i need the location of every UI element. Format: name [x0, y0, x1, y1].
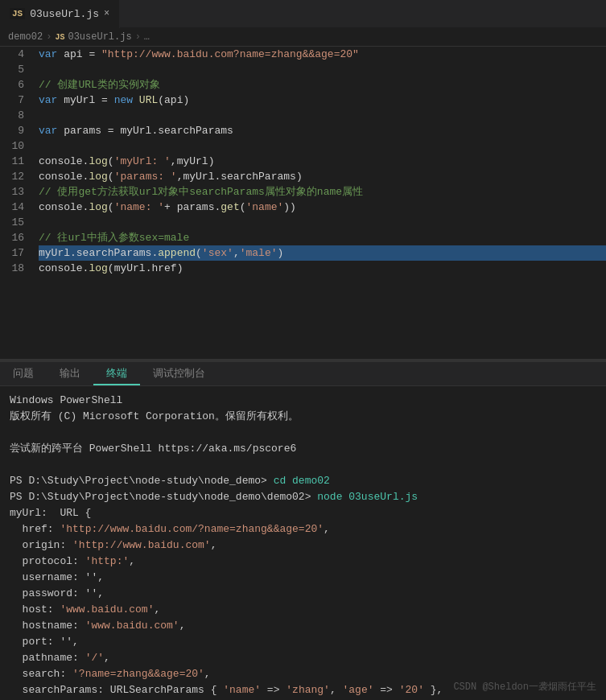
- line-number: 11: [8, 154, 24, 169]
- terminal-line: hostname: 'www.baidu.com',: [10, 618, 596, 634]
- code-line: // 使用get方法获取url对象中searchParams属性对象的name属…: [39, 184, 606, 200]
- code-line: console.log('name: '+ params.get('name')…: [39, 200, 606, 215]
- terminal-line: username: '',: [10, 570, 596, 586]
- tab-filename: 03useUrl.js: [30, 8, 99, 20]
- terminal-line: myUrl: URL {: [10, 505, 596, 521]
- js-icon: JS: [10, 8, 25, 19]
- line-number: 10: [8, 138, 24, 154]
- code-line: [39, 215, 606, 230]
- terminal-line: [10, 425, 596, 441]
- code-line: myUrl.searchParams.append('sex','male'): [39, 245, 606, 261]
- line-number: 9: [8, 123, 24, 138]
- close-icon[interactable]: ×: [104, 8, 109, 19]
- line-number: 18: [8, 261, 24, 276]
- terminal-line: Windows PowerShell: [10, 393, 596, 409]
- code-line: // 往url中插入参数sex=male: [39, 230, 606, 245]
- line-number: 16: [8, 230, 24, 245]
- watermark: CSDN @Sheldon一袭烟雨任平生: [453, 680, 596, 694]
- line-number: 17: [8, 245, 24, 261]
- code-line: var params = myUrl.searchParams: [39, 123, 606, 138]
- breadcrumb: demo02 › JS 03useUrl.js › …: [0, 28, 606, 47]
- line-number: 13: [8, 184, 24, 200]
- line-number: 15: [8, 215, 24, 230]
- terminal-line: PS D:\Study\Project\node-study\node_demo…: [10, 489, 596, 505]
- code-line: [39, 108, 606, 123]
- terminal-line: href: 'http://www.baidu.com/?name=zhang&…: [10, 521, 596, 537]
- line-number: 8: [8, 108, 24, 123]
- file-tab[interactable]: JS 03useUrl.js ×: [0, 0, 120, 28]
- code-line: console.log('myUrl: ',myUrl): [39, 154, 606, 169]
- line-number: 7: [8, 93, 24, 108]
- bottom-panel: 问题输出终端调试控制台 Windows PowerShell版权所有 (C) M…: [0, 362, 606, 700]
- line-number: 14: [8, 200, 24, 215]
- terminal-line: port: '',: [10, 634, 596, 650]
- terminal-line: 尝试新的跨平台 PowerShell https://aka.ms/pscore…: [10, 441, 596, 457]
- breadcrumb-filename: 03useUrl.js: [68, 31, 131, 43]
- line-numbers: 456789101112131415161718: [0, 47, 32, 359]
- terminal-line: host: 'www.baidu.com',: [10, 602, 596, 618]
- terminal-content: Windows PowerShell版权所有 (C) Microsoft Cor…: [0, 386, 606, 700]
- breadcrumb-demo02: demo02: [8, 31, 43, 43]
- panel-tab-问题[interactable]: 问题: [0, 362, 47, 385]
- terminal-line: protocol: 'http:',: [10, 554, 596, 570]
- code-line: [39, 138, 606, 154]
- code-line: // 创建URL类的实例对象: [39, 77, 606, 93]
- code-line: [39, 62, 606, 77]
- terminal-line: 版权所有 (C) Microsoft Corporation。保留所有权利。: [10, 409, 596, 425]
- code-area: var api = "http://www.baidu.com?name=zha…: [32, 47, 606, 359]
- terminal-line: [10, 457, 596, 473]
- terminal-line: password: '',: [10, 586, 596, 602]
- panel-tab-调试控制台[interactable]: 调试控制台: [140, 362, 218, 385]
- panel-tab-输出[interactable]: 输出: [47, 362, 93, 385]
- terminal-line: origin: 'http://www.baidu.com',: [10, 537, 596, 554]
- code-line: var api = "http://www.baidu.com?name=zha…: [39, 47, 606, 62]
- panel-tab-终端[interactable]: 终端: [93, 362, 140, 385]
- line-number: 4: [8, 47, 24, 62]
- code-line: var myUrl = new URL(api): [39, 93, 606, 108]
- terminal-line: pathname: '/',: [10, 650, 596, 666]
- line-number: 5: [8, 62, 24, 77]
- panel-tabs: 问题输出终端调试控制台: [0, 362, 606, 386]
- line-number: 6: [8, 77, 24, 93]
- code-line: console.log(myUrl.href): [39, 261, 606, 276]
- code-line: console.log('params: ',myUrl.searchParam…: [39, 169, 606, 184]
- terminal-line: PS D:\Study\Project\node-study\node_demo…: [10, 473, 596, 489]
- breadcrumb-ellipsis: …: [144, 31, 150, 43]
- line-number: 12: [8, 169, 24, 184]
- tab-bar: JS 03useUrl.js ×: [0, 0, 606, 28]
- breadcrumb-js-icon: JS: [55, 33, 64, 42]
- editor: 456789101112131415161718 var api = "http…: [0, 47, 606, 359]
